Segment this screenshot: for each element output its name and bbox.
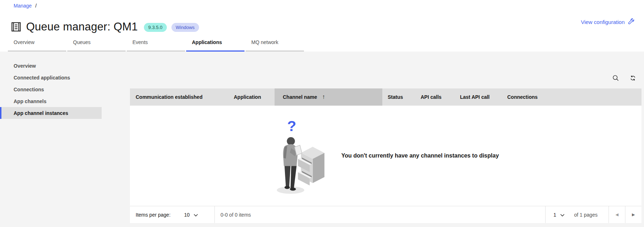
- svg-text:?: ?: [287, 118, 296, 134]
- sidebar: Overview Connected applications Connecti…: [0, 60, 102, 119]
- column-header-label: Connections: [507, 94, 538, 100]
- column-header-label: Application: [234, 94, 261, 100]
- table-toolbar: [130, 69, 641, 88]
- next-page-button[interactable]: ▶: [625, 206, 641, 223]
- pagination-bar: Items per page: 10 0-0 of 0 items 1: [130, 206, 641, 223]
- page-number-value: 1: [553, 212, 556, 218]
- view-configuration-label: View configuration: [581, 19, 625, 25]
- sidebar-item-label: App channels: [14, 98, 47, 104]
- previous-page-button[interactable]: ◀: [609, 206, 625, 223]
- badges: 9.3.5.0 Windows: [144, 23, 199, 32]
- tab-label: Queues: [73, 39, 91, 45]
- tab-events[interactable]: Events: [127, 34, 185, 52]
- table-header-row: Communication established Application Ch…: [130, 88, 641, 106]
- tab-label: Overview: [14, 39, 34, 45]
- tab-label: Events: [132, 39, 148, 45]
- column-header-api-calls[interactable]: API calls: [415, 88, 453, 106]
- page-number-select[interactable]: 1: [553, 212, 565, 218]
- search-button[interactable]: [607, 70, 624, 87]
- wrench-icon: [628, 18, 635, 26]
- breadcrumb-manage-link[interactable]: Manage: [14, 3, 32, 9]
- tab-label: MQ network: [251, 39, 278, 45]
- queue-manager-icon: [9, 20, 23, 34]
- items-per-page-label: Items per page:: [136, 212, 170, 218]
- tab-overview[interactable]: Overview: [8, 34, 66, 52]
- items-per-page-section: Items per page: 10: [130, 206, 215, 223]
- caret-left-icon: ◀: [615, 212, 618, 217]
- chevron-down-icon: [194, 212, 198, 218]
- sort-ascending-icon: ↑: [322, 93, 325, 101]
- items-per-page-select[interactable]: 10: [184, 212, 198, 218]
- refresh-button[interactable]: [624, 70, 641, 87]
- sidebar-item-app-channels[interactable]: App channels: [0, 95, 102, 107]
- caret-right-icon: ▶: [632, 212, 635, 217]
- version-badge: 9.3.5.0: [144, 23, 167, 32]
- empty-state-message: You don't currently have any channel ins…: [341, 153, 499, 159]
- page-select-section: 1 of 1 pages: [545, 206, 609, 223]
- breadcrumb: Manage /: [14, 3, 37, 9]
- column-header-channel-name[interactable]: Channel name ↑: [275, 88, 382, 106]
- view-configuration-link[interactable]: View configuration: [581, 18, 635, 26]
- page-title: Queue manager: QM1: [26, 20, 138, 33]
- sidebar-item-connected-applications[interactable]: Connected applications: [0, 72, 102, 83]
- column-header-communication-established[interactable]: Communication established: [130, 88, 231, 106]
- chevron-down-icon: [560, 212, 565, 218]
- channel-instances-panel: Communication established Application Ch…: [130, 69, 641, 223]
- sidebar-item-label: App channel instances: [14, 110, 68, 116]
- column-header-label: Communication established: [136, 94, 203, 100]
- column-header-label: API calls: [421, 94, 441, 100]
- tab-label: Applications: [192, 39, 222, 45]
- tab-bar: Overview Queues Events Applications MQ n…: [8, 34, 305, 52]
- table-empty-body: ? You don't currently have any channel i…: [130, 106, 641, 206]
- column-header-connections[interactable]: Connections: [499, 88, 641, 106]
- items-per-page-value: 10: [184, 212, 190, 218]
- column-header-label: Last API call: [460, 94, 490, 100]
- sidebar-item-label: Overview: [14, 63, 36, 69]
- search-icon: [612, 75, 619, 82]
- column-header-label: Channel name: [283, 94, 317, 100]
- column-header-application[interactable]: Application: [231, 88, 275, 106]
- refresh-icon: [630, 75, 636, 82]
- sidebar-item-overview[interactable]: Overview: [0, 60, 102, 72]
- of-pages-text: of 1 pages: [574, 212, 597, 218]
- content-area: Overview Connected applications Connecti…: [0, 52, 644, 227]
- breadcrumb-separator: /: [35, 3, 37, 9]
- items-range-text: 0-0 of 0 items: [215, 206, 545, 223]
- page-header: Manage / Queue manager: QM1 9.3.5.0 Wind…: [0, 0, 644, 52]
- tab-queues[interactable]: Queues: [67, 34, 126, 52]
- platform-badge: Windows: [171, 23, 199, 32]
- empty-state-illustration: ?: [272, 113, 326, 199]
- column-header-last-api-call[interactable]: Last API call: [453, 88, 499, 106]
- sidebar-item-connections[interactable]: Connections: [0, 83, 102, 95]
- sidebar-item-app-channel-instances[interactable]: App channel instances: [0, 107, 102, 119]
- tab-applications[interactable]: Applications: [186, 34, 244, 52]
- sidebar-item-label: Connections: [14, 87, 44, 92]
- sidebar-item-label: Connected applications: [14, 75, 70, 81]
- column-header-label: Status: [388, 94, 403, 100]
- column-header-status[interactable]: Status: [382, 88, 415, 106]
- tab-mq-network[interactable]: MQ network: [246, 34, 304, 52]
